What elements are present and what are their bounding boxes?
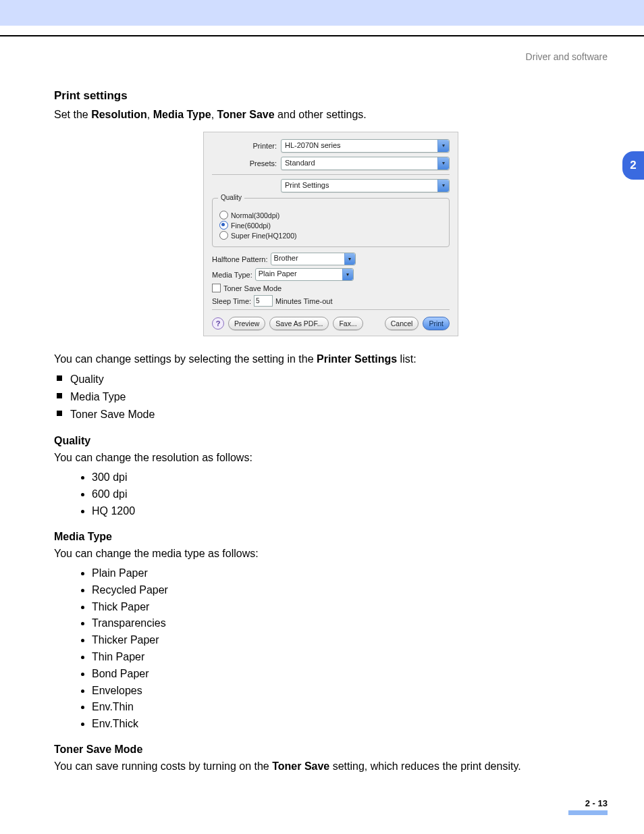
heading-toner: Toner Save Mode — [54, 744, 608, 756]
list-item: HQ 1200 — [92, 503, 608, 520]
page-number: 2 - 13 — [54, 798, 608, 815]
cancel-button[interactable]: Cancel — [385, 317, 419, 330]
label-halftone: Halftone Pattern: — [212, 255, 268, 263]
chapter-tab: 2 — [622, 151, 644, 180]
list-item: Transparencies — [92, 615, 608, 632]
intro-post: and other settings. — [275, 109, 367, 120]
list-item: Thicker Paper — [92, 632, 608, 649]
presets-select[interactable]: Standard ▾ — [281, 157, 450, 170]
halftone-select[interactable]: Brother ▾ — [271, 253, 356, 265]
intro-sep-2: , — [211, 109, 217, 120]
dropdown-arrow-icon: ▾ — [342, 269, 353, 280]
intro-bold-1: Resolution — [91, 109, 147, 120]
intro-bold-2: Media Type — [153, 109, 211, 120]
intro-pre: Set the — [54, 109, 91, 120]
dropdown-arrow-icon: ▾ — [437, 140, 449, 152]
list-item: Env.Thick — [92, 716, 608, 733]
print-button[interactable]: Print — [423, 317, 450, 330]
help-icon[interactable]: ? — [212, 317, 224, 330]
printer-settings-list: Quality Media Type Toner Save Mode — [54, 371, 608, 423]
list-item: Envelopes — [92, 683, 608, 700]
list-item: Thick Paper — [92, 599, 608, 616]
after-pre: You can change settings by selecting the… — [54, 353, 317, 365]
label-sleep-time: Sleep Time: — [212, 297, 251, 305]
list-item: Toner Save Mode — [70, 406, 608, 423]
divider — [212, 174, 450, 175]
breadcrumb: Driver and software — [54, 51, 608, 62]
dropdown-arrow-icon: ▾ — [344, 253, 355, 265]
label-toner-save: Toner Save Mode — [223, 284, 281, 292]
after-bold: Printer Settings — [317, 353, 397, 365]
mediatype-value: Plain Paper — [259, 269, 297, 278]
list-item: Recycled Paper — [92, 582, 608, 599]
mediatype-select[interactable]: Plain Paper ▾ — [255, 268, 354, 281]
intro-line: Set the Resolution, Media Type, Toner Sa… — [54, 107, 608, 122]
toner-bold: Toner Save — [272, 760, 329, 772]
quality-legend: Quality — [218, 194, 244, 201]
quality-group: Quality Normal(300dpi) Fine(600dpi) Supe… — [212, 198, 450, 247]
toner-post: setting, which reduces the print density… — [329, 760, 520, 772]
radio-superfine[interactable] — [219, 231, 228, 240]
radio-fine[interactable] — [219, 221, 228, 230]
radio-normal-label: Normal(300dpi) — [231, 211, 279, 219]
save-pdf-button[interactable]: Save As PDF... — [269, 317, 329, 330]
label-minutes: Minutes Time-out — [275, 297, 332, 305]
heading-mediatype: Media Type — [54, 531, 608, 543]
toner-save-checkbox[interactable] — [212, 284, 221, 292]
label-presets: Presets: — [212, 159, 281, 167]
list-item: Bond Paper — [92, 666, 608, 683]
page-number-bar — [568, 810, 608, 815]
sleep-time-input[interactable]: 5 — [254, 295, 273, 307]
panel-value: Print Settings — [285, 181, 329, 189]
dropdown-arrow-icon: ▾ — [437, 180, 449, 192]
list-item: Quality — [70, 371, 608, 388]
list-item: Plain Paper — [92, 565, 608, 582]
intro-sep-1: , — [147, 109, 153, 120]
list-item: 300 dpi — [92, 469, 608, 486]
mediatype-text: You can change the media type as follows… — [54, 546, 608, 561]
print-settings-dialog: Printer: HL-2070N series ▾ Presets: Stan… — [203, 132, 458, 336]
toner-text: You can save running costs by turning on… — [54, 758, 608, 774]
dropdown-arrow-icon: ▾ — [437, 157, 449, 170]
presets-value: Standard — [285, 159, 315, 167]
radio-superfine-label: Super Fine(HQ1200) — [231, 232, 296, 240]
toner-pre: You can save running costs by turning on… — [54, 760, 272, 772]
quality-list: 300 dpi 600 dpi HQ 1200 — [54, 469, 608, 519]
divider — [212, 309, 450, 310]
after-dialog-line: You can change settings by selecting the… — [54, 351, 608, 367]
quality-text: You can change the resolution as follows… — [54, 450, 608, 465]
list-item: Env.Thin — [92, 699, 608, 716]
preview-button[interactable]: Preview — [228, 317, 265, 330]
after-post: list: — [397, 353, 416, 365]
header-band — [0, 0, 644, 26]
intro-bold-3: Toner Save — [217, 109, 275, 120]
list-item: 600 dpi — [92, 486, 608, 503]
list-item: Media Type — [70, 388, 608, 406]
fax-button[interactable]: Fax... — [333, 317, 363, 330]
label-mediatype: Media Type: — [212, 271, 252, 279]
printer-select[interactable]: HL-2070N series ▾ — [281, 139, 450, 153]
list-item: Thin Paper — [92, 649, 608, 666]
mediatype-list: Plain Paper Recycled Paper Thick Paper T… — [54, 565, 608, 733]
halftone-value: Brother — [274, 254, 298, 262]
heading-quality: Quality — [54, 435, 608, 447]
printer-value: HL-2070N series — [285, 141, 341, 149]
radio-fine-label: Fine(600dpi) — [231, 221, 271, 230]
radio-normal[interactable] — [219, 211, 228, 219]
heading-print-settings: Print settings — [54, 89, 608, 103]
panel-select[interactable]: Print Settings ▾ — [281, 179, 450, 192]
label-printer: Printer: — [212, 142, 281, 150]
